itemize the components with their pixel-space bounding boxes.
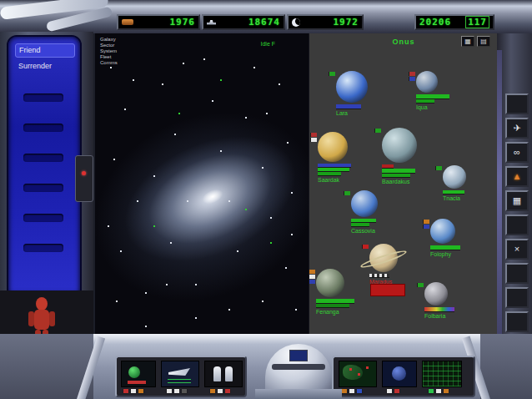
- blank-button-2[interactable]: [505, 215, 529, 235]
- planet-tnacia[interactable]: Tnacia: [443, 165, 466, 201]
- planet-monitor[interactable]: [121, 361, 156, 387]
- ownership-flag-icon: [344, 191, 350, 195]
- empty-slot[interactable]: [23, 93, 63, 102]
- planet-saardak[interactable]: Saardak: [318, 132, 351, 183]
- population-bars: [316, 299, 354, 307]
- empty-slot[interactable]: [23, 214, 63, 222]
- star-dot: [170, 242, 172, 244]
- star-dot: [108, 225, 109, 227]
- planet-label: Maradus: [369, 279, 398, 285]
- close-button[interactable]: ×: [505, 239, 529, 260]
- planet-sphere[interactable]: [430, 219, 455, 244]
- star-dot: [162, 83, 163, 85]
- planet-maradus[interactable]: Maradus: [369, 244, 398, 285]
- status-bar: [430, 245, 460, 250]
- green-star-dot[interactable]: [220, 79, 222, 81]
- scanner-icon: ∞: [514, 147, 520, 157]
- sector-panel[interactable]: Onus ▦ ▤ LaraIquaSaardakBaardakusTnaciaC…: [309, 33, 497, 336]
- population-bars: [318, 164, 351, 175]
- indicator-lights: [167, 389, 187, 393]
- planet-flags: [417, 283, 424, 287]
- red-dot: [358, 373, 360, 376]
- planet-sphere[interactable]: [318, 132, 348, 162]
- planet-flags: [374, 129, 381, 133]
- planet-flags: [344, 191, 350, 195]
- blank-button-5[interactable]: [505, 311, 529, 332]
- planet-folophy[interactable]: Folophy: [430, 219, 460, 257]
- planet-sphere[interactable]: [382, 128, 417, 163]
- planet-sphere[interactable]: [443, 165, 466, 189]
- crew-figure: [225, 366, 233, 381]
- star-dot: [285, 267, 287, 269]
- planet-flags: [309, 270, 315, 284]
- ship-button[interactable]: ✈: [505, 118, 529, 139]
- empty-slot[interactable]: [23, 154, 63, 162]
- star-dot: [133, 79, 134, 81]
- star-dot: [120, 250, 122, 252]
- star-dot: [228, 200, 230, 202]
- planet-cassovia[interactable]: Cassovia: [351, 190, 378, 234]
- green-star-dot[interactable]: [153, 225, 155, 227]
- blank-button-1[interactable]: [505, 93, 529, 114]
- empty-slot[interactable]: [23, 244, 63, 252]
- ownership-flag-icon: [310, 138, 317, 142]
- planet-lara[interactable]: Lara: [336, 71, 368, 116]
- overlay-line: Sector: [95, 43, 170, 48]
- map-monitor[interactable]: [339, 361, 377, 387]
- galaxy-map-panel[interactable]: GalaxySectorSystemFleetComms Idle F: [93, 33, 309, 336]
- overlay-line: System: [95, 48, 170, 54]
- chart-monitor[interactable]: [422, 361, 462, 387]
- planet-sphere[interactable]: [351, 190, 378, 217]
- scanner-button[interactable]: ∞: [505, 142, 529, 163]
- right-monitor-bank: [332, 356, 475, 397]
- volcano-button[interactable]: ▲: [505, 166, 529, 187]
- overlay-line: Galaxy: [95, 37, 170, 43]
- star-dot: [166, 284, 168, 285]
- status-bar: [416, 94, 449, 98]
- red-dot: [349, 368, 352, 371]
- green-star-dot[interactable]: [178, 113, 180, 114]
- status-bar: [316, 299, 354, 303]
- sidebar-item-friend[interactable]: Friend: [15, 43, 75, 58]
- planet-sphere[interactable]: [416, 71, 438, 93]
- bottom-console: [0, 334, 532, 399]
- grid-view-button[interactable]: ▦: [461, 36, 474, 47]
- star-dot: [113, 159, 115, 160]
- radar-monitor[interactable]: [382, 361, 417, 387]
- planet-fenanga[interactable]: Fenanga: [316, 269, 354, 315]
- dome-screen: [289, 350, 308, 361]
- status-bar: [382, 164, 394, 168]
- planet-sphere[interactable]: [336, 71, 368, 103]
- green-star-dot[interactable]: [270, 242, 272, 244]
- empty-slot[interactable]: [23, 124, 63, 132]
- blank-button-3[interactable]: [505, 263, 529, 284]
- status-bar: [382, 169, 415, 173]
- planet-sphere[interactable]: [424, 282, 448, 306]
- readout-cargo-value: 1976: [170, 17, 196, 28]
- crew-monitor[interactable]: [204, 361, 243, 387]
- planet-sphere[interactable]: [316, 269, 344, 297]
- status-bar: [424, 307, 454, 311]
- planet-label: Fenanga: [316, 309, 354, 315]
- hinge-gadget: [75, 155, 93, 202]
- star-dot: [174, 134, 176, 135]
- ownership-flag-icon: [423, 220, 429, 224]
- console-corner-right: [480, 334, 532, 399]
- toolbar-strip: [497, 50, 502, 367]
- star-dot: [195, 317, 197, 319]
- planet-folbaria[interactable]: Folbaria: [424, 282, 454, 319]
- list-view-button[interactable]: ▤: [477, 36, 490, 47]
- planet-baardakus[interactable]: Baardakus: [382, 128, 417, 184]
- green-star-dot[interactable]: [245, 209, 247, 210]
- planet-label: Tnacia: [443, 195, 466, 201]
- factory-button[interactable]: ▦: [505, 190, 529, 211]
- ship-monitor[interactable]: [161, 361, 199, 387]
- sidebar-item-surrender[interactable]: Surrender: [15, 60, 73, 73]
- population-bars: [336, 104, 368, 109]
- star-dot: [137, 200, 138, 202]
- green-line: [168, 382, 191, 383]
- star-dot: [279, 83, 280, 85]
- blank-button-4[interactable]: [505, 287, 529, 308]
- planet-iqua[interactable]: Iqua: [416, 71, 449, 110]
- empty-slot[interactable]: [23, 184, 63, 192]
